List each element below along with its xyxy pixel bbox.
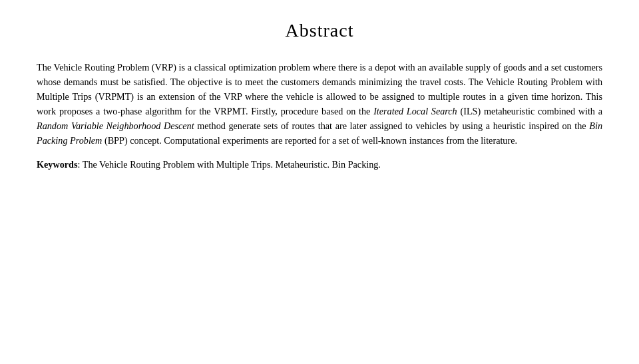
ils-italic: Iterated Local Search (373, 106, 457, 116)
abstract-title: Abstract (37, 20, 602, 41)
main-paragraph: The Vehicle Routing Problem (VRP) is a c… (37, 60, 602, 148)
page-container: Abstract The Vehicle Routing Problem (VR… (0, 0, 639, 364)
keywords-colon: : (77, 159, 82, 170)
body-text: The Vehicle Routing Problem (VRP) is a c… (37, 60, 602, 172)
rvnd-italic: Random Variable Neighborhood Descent (37, 120, 194, 131)
keywords-section: Keywords: The Vehicle Routing Problem wi… (37, 157, 602, 172)
title-section: Abstract (37, 20, 602, 41)
keywords-text: The Vehicle Routing Problem with Multipl… (83, 159, 381, 170)
keywords-label: Keywords (37, 159, 77, 170)
